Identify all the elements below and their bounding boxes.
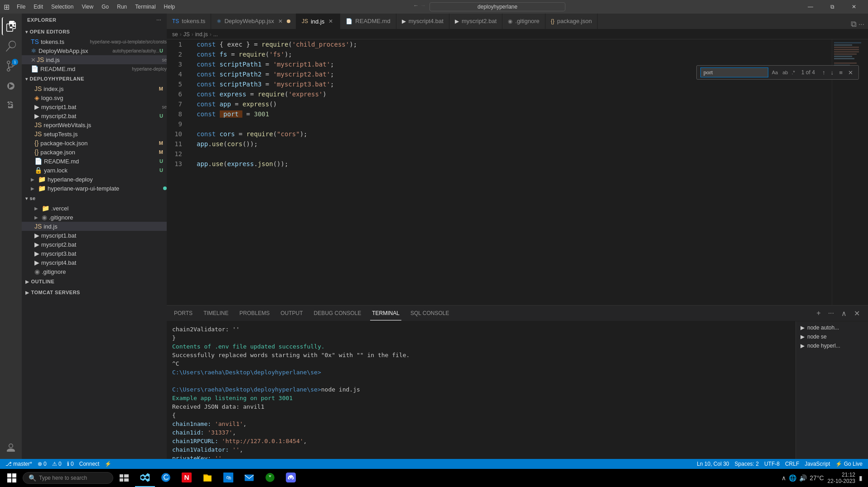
- status-language[interactable]: JavaScript: [803, 461, 832, 467]
- dh-reportwebvitals[interactable]: JS reportWebVitals.js: [22, 120, 167, 129]
- status-branch[interactable]: ⎇ master*: [4, 461, 34, 467]
- open-file-tokens[interactable]: TS tokens.ts hyperlane-warp-ui-template/…: [22, 37, 167, 46]
- term-tab-ports[interactable]: PORTS: [172, 306, 194, 320]
- dh-setuptests[interactable]: JS setupTests.js: [22, 129, 167, 138]
- indjs-close-icon[interactable]: ✕: [31, 57, 36, 63]
- split-editor-icon[interactable]: ⧉: [851, 19, 857, 29]
- dh-yarn-lock[interactable]: 🔒 yarn.lock U: [22, 166, 167, 175]
- tab-myscript2[interactable]: ▶ myscript2.bat: [449, 14, 502, 29]
- term-side-node-autoh[interactable]: ▶ node autoh...: [796, 323, 868, 332]
- open-file-indjs[interactable]: ✕ JS ind.js se: [22, 55, 167, 64]
- open-file-readme[interactable]: 📄 README.md hyperlane-deploy: [22, 64, 167, 73]
- terminal-more-button[interactable]: ···: [825, 308, 837, 318]
- tab-pkgjson[interactable]: {} package.json: [545, 14, 598, 29]
- status-golive[interactable]: ⚡ Go Live: [834, 461, 864, 467]
- tab-tokens[interactable]: TS tokens.ts: [167, 14, 211, 29]
- term-side-node-hyperl[interactable]: ▶ node hyperl...: [796, 341, 868, 350]
- term-tab-sql[interactable]: SQL CONSOLE: [409, 306, 451, 320]
- menu-go[interactable]: Go: [98, 3, 112, 11]
- find-next-button[interactable]: ↓: [829, 68, 836, 77]
- menu-run[interactable]: Run: [113, 3, 130, 11]
- se-myscript1[interactable]: ▶ myscript1.bat: [22, 231, 167, 240]
- taskbar-start-button[interactable]: [2, 469, 22, 487]
- taskbar-vscode[interactable]: [135, 469, 155, 487]
- menu-edit[interactable]: Edit: [30, 3, 47, 11]
- outline-section[interactable]: ▶ OUTLINE: [22, 276, 167, 287]
- dh-package-lock[interactable]: {} package-lock.json M: [22, 138, 167, 148]
- tab-readme[interactable]: 📄 README.md: [340, 14, 396, 29]
- terminal-main[interactable]: chain2Validator: '' } Contents of .env f…: [167, 321, 796, 477]
- dh-index-js[interactable]: JS index.js M: [22, 84, 167, 93]
- term-tab-terminal[interactable]: TERMINAL: [370, 306, 401, 320]
- explorer-more-options[interactable]: ···: [156, 17, 161, 23]
- taskbar-files[interactable]: [198, 469, 217, 487]
- taskbar-task-view[interactable]: [114, 469, 134, 487]
- open-editors-section[interactable]: ▾ OPEN EDITORS: [22, 26, 167, 37]
- se-ind-js[interactable]: JS ind.js: [22, 222, 167, 231]
- status-remote[interactable]: ⚡: [103, 461, 113, 467]
- se-gitignore-folder[interactable]: ▶ ◉ .gitignore: [22, 213, 167, 222]
- taskbar-edge[interactable]: [156, 469, 176, 487]
- dh-logo-svg[interactable]: ◈ logo.svg: [22, 93, 167, 102]
- tomcat-section[interactable]: ▶ TOMCAT SERVERS: [22, 287, 167, 298]
- tab-deployweb[interactable]: ⚛ DeployWebApp.jsx ✕: [211, 14, 296, 29]
- term-tab-problems[interactable]: PROBLEMS: [237, 306, 271, 320]
- tray-sound-icon[interactable]: 🔊: [799, 474, 807, 482]
- status-encoding[interactable]: UTF-8: [762, 461, 781, 467]
- term-tab-output[interactable]: OUTPUT: [279, 306, 304, 320]
- activity-search[interactable]: [2, 37, 20, 55]
- close-button[interactable]: ✕: [844, 0, 864, 14]
- deployhyperlane-section[interactable]: ▾ DEPLOYHYPERLANE: [22, 73, 167, 84]
- terminal-close-button[interactable]: ✕: [851, 308, 863, 319]
- status-info[interactable]: ℹ 0: [65, 461, 76, 467]
- find-input[interactable]: [700, 67, 768, 77]
- taskbar-netflix[interactable]: N: [177, 469, 197, 487]
- dh-myscript2-bat[interactable]: ▶ myscript2.bat U: [22, 111, 167, 120]
- se-myscript4[interactable]: ▶ myscript4.bat: [22, 258, 167, 267]
- term-tab-timeline[interactable]: TIMELINE: [202, 306, 230, 320]
- tray-network-icon[interactable]: 🌐: [789, 474, 796, 482]
- se-gitignore-file[interactable]: ◉ .gitignore: [22, 267, 167, 276]
- tab-indjs[interactable]: JS ind.js ✕: [296, 14, 340, 29]
- status-warnings[interactable]: ⚠ 0: [50, 461, 63, 467]
- menu-view[interactable]: View: [78, 3, 97, 11]
- taskbar-clock[interactable]: 21:12 22-10-2023: [828, 472, 855, 484]
- tab-gitignore[interactable]: ◉ .gitignore: [502, 14, 545, 29]
- taskbar-discord[interactable]: [281, 469, 301, 487]
- se-vercel[interactable]: ▶ 📁 .vercel: [22, 204, 167, 213]
- status-position[interactable]: Ln 10, Col 30: [695, 461, 731, 467]
- status-connect[interactable]: Connect: [77, 461, 101, 467]
- tab-ind-close[interactable]: ✕: [327, 18, 334, 25]
- menu-help[interactable]: Help: [160, 3, 179, 11]
- dh-myscript1-bat[interactable]: ▶ myscript1.bat se: [22, 102, 167, 111]
- taskbar-store[interactable]: 🛍: [218, 469, 238, 487]
- term-tab-debug[interactable]: DEBUG CONSOLE: [312, 306, 363, 320]
- status-spaces[interactable]: Spaces: 2: [733, 461, 761, 467]
- taskbar-xbox[interactable]: [260, 469, 280, 487]
- term-side-node-se[interactable]: ▶ node se: [796, 332, 868, 341]
- tab-dw-close[interactable]: ✕: [277, 18, 284, 25]
- taskbar-mail[interactable]: [239, 469, 259, 487]
- terminal-maximize-button[interactable]: ∧: [839, 308, 849, 319]
- activity-source-control[interactable]: 1: [2, 57, 20, 75]
- activity-run[interactable]: [2, 77, 20, 95]
- activity-extensions[interactable]: [2, 97, 20, 115]
- taskbar-search-box[interactable]: 🔍 Type here to search: [23, 472, 113, 484]
- terminal-add-button[interactable]: +: [814, 308, 823, 318]
- title-search-input[interactable]: [429, 2, 565, 11]
- minimize-button[interactable]: ―: [800, 0, 821, 14]
- dh-readme[interactable]: 📄 README.md U: [22, 157, 167, 166]
- se-section[interactable]: ▾ se: [22, 193, 167, 204]
- dh-folder-hyperlane-warp[interactable]: ▶ 📁 hyperlane-warp-ui-template: [22, 184, 167, 193]
- se-myscript2[interactable]: ▶ myscript2.bat: [22, 240, 167, 249]
- dh-package-json[interactable]: {} package.json M: [22, 148, 167, 157]
- find-close-button[interactable]: ✕: [846, 68, 855, 77]
- dh-folder-hyperlane-deploy[interactable]: ▶ 📁 hyperlane-deploy: [22, 175, 167, 184]
- more-tabs-icon[interactable]: ···: [858, 20, 864, 29]
- status-eol[interactable]: CRLF: [783, 461, 801, 467]
- status-errors[interactable]: ⊗ 0: [36, 461, 48, 467]
- tab-myscript4[interactable]: ▶ myscript4.bat: [396, 14, 449, 29]
- menu-selection[interactable]: Selection: [48, 3, 77, 11]
- find-toggle-replace[interactable]: ≡: [837, 68, 844, 77]
- open-file-deployweb[interactable]: ⚛ DeployWebApp.jsx autohyperlane/autohy.…: [22, 46, 167, 55]
